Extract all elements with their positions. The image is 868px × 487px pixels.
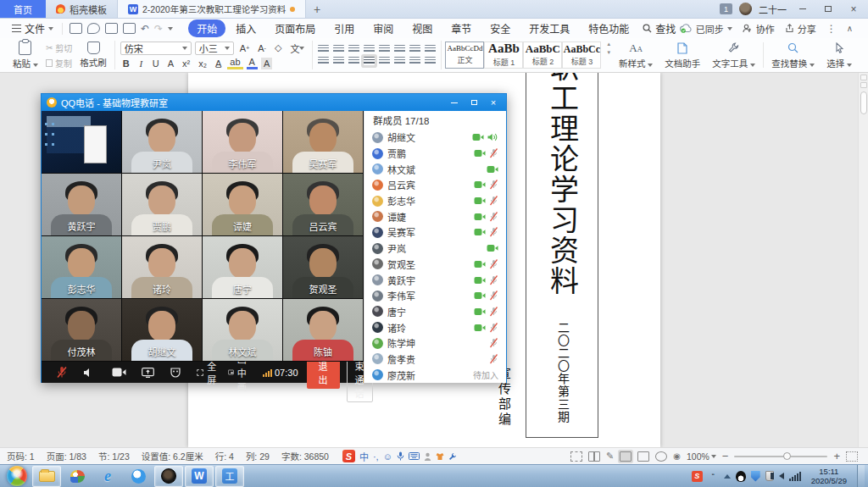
video-cell-胡继文[interactable]: 胡继文 (122, 299, 203, 362)
status-segment-6[interactable]: 字数: 36850 (281, 450, 329, 462)
ime-skin-icon[interactable] (436, 452, 444, 461)
cut-button[interactable]: ✂剪切 (46, 42, 72, 54)
close-button[interactable]: × (844, 3, 863, 16)
ime-toolbox-icon[interactable] (448, 452, 457, 461)
zoom-slider-thumb[interactable] (783, 452, 791, 460)
ime-emoji-icon[interactable]: ☺ (383, 451, 392, 462)
redo-icon[interactable]: ↷ (154, 23, 163, 35)
vertical-scrollbar[interactable] (858, 73, 868, 447)
qq-maximize-button[interactable] (466, 97, 481, 108)
taskbar-app-paint[interactable] (63, 466, 92, 487)
status-segment-0[interactable]: 页码: 1 (7, 450, 35, 462)
menu-item-开始[interactable]: 开始 (188, 19, 225, 37)
mic-muted-button[interactable] (48, 362, 75, 383)
member-row-陈学坤[interactable]: 陈学坤 (364, 335, 506, 351)
video-cell-黄跃宇[interactable]: 黄跃宇 (42, 174, 122, 236)
video-cell-吕云宾[interactable]: 吕云宾 (283, 174, 364, 236)
superscript-button[interactable]: x² (180, 58, 192, 69)
menu-item-引用[interactable]: 引用 (326, 19, 363, 37)
ime-punct-toggle[interactable]: ·, (373, 451, 379, 462)
minimize-button[interactable] (793, 3, 812, 16)
clear-format-button[interactable]: ◇ (272, 42, 284, 54)
quick-access-caret[interactable] (168, 27, 173, 30)
pip-button[interactable]: 画中画 (224, 362, 256, 383)
restore-button[interactable] (819, 3, 837, 16)
member-row-李伟军[interactable]: 李伟军 (364, 288, 506, 304)
taskbar-app-tencent-app[interactable]: 工 (215, 466, 244, 487)
font-color-button[interactable]: A (247, 58, 258, 69)
video-cell-贺观圣[interactable]: 贺观圣 (283, 236, 364, 299)
menu-item-插入[interactable]: 插入 (227, 19, 264, 37)
member-row-贺观圣[interactable]: 贺观圣 (364, 257, 506, 273)
sogou-ime-icon[interactable]: S (342, 450, 355, 462)
text-effects-button[interactable]: A̲ (213, 58, 224, 69)
video-cell-彭志华[interactable]: 彭志华 (42, 236, 122, 299)
grow-font-button[interactable]: A+ (237, 42, 252, 54)
taskbar-app-wps[interactable]: W (185, 466, 214, 487)
zoom-out-button[interactable]: − (722, 451, 729, 462)
menu-item-视图[interactable]: 视图 (403, 19, 441, 37)
member-row-黄跃宇[interactable]: 黄跃宇 (364, 272, 506, 288)
menu-item-章节[interactable]: 章节 (442, 19, 480, 37)
fit-page-icon[interactable] (846, 451, 858, 462)
shading-icon[interactable] (409, 57, 420, 65)
video-cell-李伟军[interactable]: 李伟军 (203, 111, 283, 174)
borders-icon[interactable] (425, 45, 436, 53)
member-row-诸玲[interactable]: 诸玲 (364, 319, 506, 335)
video-cell-谭婕[interactable]: 谭婕 (203, 174, 283, 236)
tray-qq-icon[interactable] (736, 471, 746, 482)
distribute-icon[interactable] (379, 57, 390, 65)
indent-decrease-icon[interactable] (348, 45, 359, 53)
video-cell-付茂林[interactable]: 付茂林 (42, 299, 122, 362)
menu-item-页面布局[interactable]: 页面布局 (266, 19, 324, 37)
char-scale-icon[interactable] (379, 45, 390, 53)
status-segment-3[interactable]: 设置值: 6.2厘米 (142, 450, 203, 462)
fullscreen-button[interactable]: 全屏 (192, 362, 224, 383)
member-row-林文斌[interactable]: 林文斌 (364, 161, 506, 177)
file-menu-button[interactable]: 文件 (7, 21, 58, 36)
scrollbar-thumb[interactable] (860, 91, 867, 114)
sort-icon[interactable] (394, 45, 405, 53)
copy-button[interactable]: 复制 (46, 57, 72, 69)
ruler-toggle-button[interactable] (860, 75, 867, 80)
subscript-button[interactable]: x₂ (196, 58, 209, 69)
find-button[interactable]: 查找 (643, 21, 676, 36)
qq-titlebar[interactable]: QQ电话 - 基础物理教研室 × (42, 94, 506, 111)
undo-icon[interactable]: ↶ (141, 23, 149, 35)
align-center-icon[interactable] (333, 57, 344, 65)
print-preview-icon[interactable] (123, 23, 136, 34)
tray-sogou-icon[interactable]: S (692, 471, 703, 482)
save-icon[interactable] (70, 23, 82, 34)
style-gallery-scroll[interactable]: ▴▾ (604, 41, 613, 69)
show-desktop-button[interactable] (857, 465, 865, 487)
indent-increase-icon[interactable] (364, 45, 375, 53)
qq-call-window[interactable]: QQ电话 - 基础物理教研室 × 尹岚李伟军吴赛军黄跃宇贾鹏谭婕吕云宾彭志华诸玲… (41, 93, 507, 383)
collaborate-button[interactable]: 协作 (743, 22, 775, 36)
menu-item-开发工具[interactable]: 开发工具 (520, 19, 578, 37)
status-segment-5[interactable]: 列: 29 (246, 450, 270, 462)
member-row-詹孝贵[interactable]: 詹孝贵 (364, 351, 506, 368)
style-chip-标题 2[interactable]: AaBbC标题 2 (523, 42, 562, 69)
font-name-select[interactable]: 仿宋 (120, 42, 192, 55)
menu-item-特色功能[interactable]: 特色功能 (580, 19, 637, 37)
justify-icon[interactable] (364, 57, 375, 65)
collapse-ribbon-button[interactable]: ∧ (847, 24, 853, 33)
qq-close-button[interactable]: × (486, 97, 501, 108)
taskbar-clock[interactable]: 15:112020/5/29 (806, 467, 852, 486)
share-button[interactable]: 分享 (785, 22, 816, 36)
paste-button[interactable]: 粘贴 (10, 41, 41, 69)
read-layout-icon[interactable] (588, 451, 600, 462)
zoom-level[interactable]: 100% (687, 451, 716, 462)
member-row-胡继文[interactable]: 胡继文 (364, 130, 506, 146)
underline-button[interactable]: U (150, 58, 162, 69)
menu-item-审阅[interactable]: 审阅 (364, 19, 402, 37)
video-cell-贾鹏[interactable]: 贾鹏 (122, 174, 203, 236)
new-tab-button[interactable]: + (306, 0, 328, 18)
tab-docer[interactable]: 稻壳模板 (46, 0, 117, 18)
member-row-吕云宾[interactable]: 吕云宾 (364, 177, 506, 193)
taskbar-app-qq-browser[interactable] (124, 466, 153, 487)
italic-button[interactable]: I (136, 58, 147, 69)
tray-security-shield-icon[interactable] (751, 471, 760, 482)
ime-keyboard-icon[interactable] (409, 452, 420, 460)
highlight-button[interactable]: ab (227, 58, 242, 69)
